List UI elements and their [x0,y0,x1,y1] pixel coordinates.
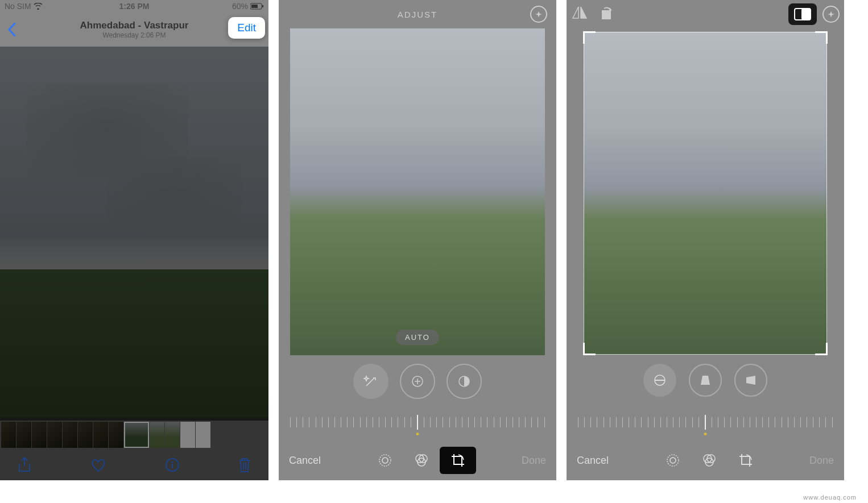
svg-point-19 [670,458,676,463]
adjust-slider[interactable] [290,413,545,432]
battery-icon [250,3,264,10]
straighten-tool[interactable] [643,364,676,397]
svg-point-18 [667,455,679,466]
share-icon[interactable] [17,456,32,473]
edit-tabs [367,447,476,474]
svg-rect-5 [172,464,173,468]
thumbnail[interactable] [180,422,195,448]
crop-edit-screen: Cancel Done [567,0,844,480]
svg-point-9 [382,458,388,463]
thumbnail[interactable] [63,422,77,448]
bottom-toolbar [0,449,268,480]
thumbnail-strip[interactable] [0,421,268,449]
svg-point-8 [379,455,391,466]
svg-rect-15 [801,9,811,20]
crop-handle-tr[interactable] [815,31,828,44]
trash-icon[interactable] [238,457,251,473]
adjust-tab[interactable] [367,447,403,474]
adjust-title: ADJUST [398,10,437,19]
photo-detail-screen: No SIM 1:26 PM 60% Ahmedabad - Vastrapur… [0,0,268,480]
rotate-icon[interactable] [598,6,614,22]
thumbnail[interactable] [109,422,123,448]
vertical-perspective-tool[interactable] [689,364,722,397]
crop-tab[interactable] [728,447,764,474]
edit-bottom-bar: Cancel Done [279,440,556,480]
exposure-tool[interactable] [400,364,435,399]
favorite-icon[interactable] [90,458,107,472]
auto-enhance-tool[interactable] [353,364,388,399]
photo-location: Ahmedabad - Vastrapur [80,20,189,31]
photo-datetime: Wednesday 2:06 PM [80,31,189,39]
svg-rect-13 [602,10,611,19]
cancel-button[interactable]: Cancel [289,455,321,467]
crop-top-left-tools [571,6,614,22]
thumbnail[interactable] [32,422,47,448]
auto-enhance-icon[interactable] [822,6,840,23]
crop-handle-br[interactable] [815,343,828,355]
crop-photo-preview[interactable] [584,32,827,355]
crop-frame[interactable] [584,32,827,355]
carrier-label: No SIM [5,2,31,11]
edit-bottom-bar: Cancel Done [567,440,844,480]
aspect-ratio-button[interactable] [788,3,817,25]
thumbnail[interactable] [196,422,210,448]
edit-tabs [655,447,764,474]
edit-button[interactable]: Edit [228,17,265,39]
svg-rect-2 [262,5,263,7]
adjust-edit-screen: ADJUST AUTO Cancel [279,0,556,480]
horizontal-perspective-tool[interactable] [734,364,767,397]
filters-tab[interactable] [691,447,728,474]
photo-preview[interactable] [0,47,268,418]
auto-pill[interactable]: AUTO [396,330,439,345]
thumbnail[interactable] [1,422,16,448]
thumbnail[interactable] [16,422,31,448]
battery-label: 60% [232,2,248,11]
crop-slider[interactable] [578,413,833,432]
svg-point-4 [172,461,173,463]
thumbnail[interactable] [47,422,62,448]
edit-photo-preview[interactable]: AUTO [290,28,545,355]
svg-rect-1 [251,5,258,8]
thumbnail[interactable] [78,422,93,448]
auto-enhance-icon[interactable] [530,6,547,23]
edit-header: ADJUST [279,0,556,28]
crop-tools-row [567,364,844,397]
info-icon[interactable] [165,458,180,472]
cancel-button[interactable]: Cancel [577,455,609,467]
filters-tab[interactable] [403,447,440,474]
done-button[interactable]: Done [522,455,546,467]
watermark: www.deuaq.com [803,494,857,501]
clock: 1:26 PM [119,2,150,11]
slider-indicator [416,433,419,435]
brilliance-tool[interactable] [447,364,482,399]
wifi-icon [34,3,43,10]
crop-tab[interactable] [440,447,476,474]
nav-title: Ahmedabad - Vastrapur Wednesday 2:06 PM [80,20,189,39]
adjust-tab[interactable] [655,447,691,474]
thumbnail-current[interactable] [124,422,149,448]
thumbnail[interactable] [150,422,164,448]
crop-top-right-tools [788,3,840,25]
done-button[interactable]: Done [809,455,834,467]
adjust-tools-row [279,364,556,399]
crop-handle-bl[interactable] [583,343,596,355]
thumbnail[interactable] [165,422,180,448]
crop-handle-tl[interactable] [583,31,596,44]
status-bar: No SIM 1:26 PM 60% [0,0,268,13]
nav-bar: Ahmedabad - Vastrapur Wednesday 2:06 PM … [0,13,268,47]
slider-indicator [704,433,707,435]
flip-horizontal-icon[interactable] [571,6,588,22]
back-button[interactable] [7,22,17,38]
thumbnail[interactable] [93,422,108,448]
